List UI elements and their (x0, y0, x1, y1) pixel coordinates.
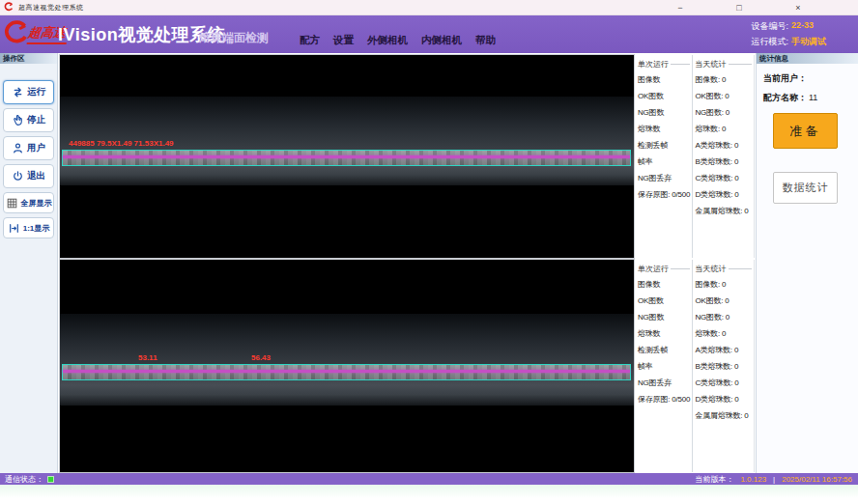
sidebar: 操作区 运行 停止 用户 退出 全屏显示 1:1显示 (0, 53, 58, 473)
daily-stats-title: 当天统计 (696, 59, 727, 70)
comm-status-indicator (47, 476, 54, 483)
stat-row: D类熔珠数: 0 (696, 186, 754, 203)
stat-row: OK图数: 0 (696, 88, 754, 104)
power-icon (12, 170, 24, 182)
titlebar: 超高速视觉处理系统 − □ × (0, 0, 858, 15)
page-subtitle: 熔珠端面检测 (199, 30, 269, 46)
stat-row: A类熔珠数: 0 (696, 342, 754, 358)
fullscreen-button-label: 全屏显示 (21, 198, 52, 209)
one-to-one-button[interactable]: 1:1显示 (3, 217, 54, 238)
grid-icon (6, 197, 18, 210)
menu-item[interactable]: 配方 (300, 34, 320, 47)
info-panel: 统计信息 当前用户： 配方名称：11 准备 数据统计 (756, 53, 858, 473)
exit-button[interactable]: 退出 (3, 164, 54, 188)
stat-row: 帧率 (638, 358, 692, 375)
fullscreen-button[interactable]: 全屏显示 (3, 192, 54, 213)
menu-item[interactable]: 外侧相机 (367, 34, 408, 47)
stat-row: 金属屑熔珠数: 0 (696, 203, 754, 219)
single-run-rows: 图像数OK图数NG图数熔珠数检测丢帧帧率NG图丢弃保存原图: 0/500 (638, 71, 692, 203)
close-button[interactable]: × (788, 0, 808, 15)
stat-row: NG图丢弃 (638, 375, 692, 391)
version-value: 1.0.123 (740, 475, 766, 484)
exit-button-label: 退出 (27, 170, 45, 182)
stat-row: 图像数: 0 (696, 71, 754, 88)
run-button[interactable]: 运行 (3, 80, 54, 104)
daily-stats-rows: 图像数: 0OK图数: 0NG图数: 0熔珠数: 0A类熔珠数: 0B类熔珠数:… (696, 71, 754, 219)
single-run-title: 单次运行 (638, 264, 669, 274)
stat-row: NG图丢弃 (638, 170, 692, 186)
stat-row: B类熔珠数: 0 (696, 358, 754, 375)
camera-viewport-top: 449885 79.5X1.49 71.53X1.49 (60, 55, 634, 258)
maximize-button[interactable]: □ (729, 0, 749, 15)
roi-centerline (63, 155, 630, 158)
window-title: 超高速视觉处理系统 (18, 3, 84, 13)
menu-item[interactable]: 内侧相机 (421, 34, 462, 47)
recipe-name-value: 11 (809, 93, 817, 102)
stat-row: C类熔珠数: 0 (696, 375, 754, 391)
sidebar-buttons: 运行 停止 用户 退出 全屏显示 1:1显示 (0, 64, 57, 242)
user-button-label: 用户 (27, 142, 45, 154)
stat-row: D类熔珠数: 0 (696, 391, 754, 407)
roi-centerline (63, 370, 630, 373)
desktop-strip (0, 485, 858, 504)
daily-stats-title: 当天统计 (696, 264, 727, 274)
current-user-label: 当前用户： (763, 73, 807, 83)
single-run-rows: 图像数OK图数NG图数熔珠数检测丢帧帧率NG图丢弃保存原图: 0/500 (638, 276, 692, 407)
device-number-value: 22-33 (791, 20, 814, 33)
prepare-button[interactable]: 准备 (773, 113, 838, 149)
user-button[interactable]: 用户 (3, 136, 54, 160)
minimize-button[interactable]: − (671, 0, 690, 15)
user-icon (12, 142, 24, 154)
stop-button[interactable]: 停止 (3, 108, 54, 132)
measurement-label: 53.11 (138, 353, 157, 362)
roi-rectangle (62, 364, 631, 380)
stat-row: 检测丢帧 (638, 137, 692, 154)
measurement-label: 56.43 (251, 353, 271, 362)
data-stats-button[interactable]: 数据统计 (773, 172, 838, 204)
statusbar-right: 当前版本： 1.0.123 | 2025/02/11 16:57:56 (695, 474, 852, 485)
stat-row: 保存原图: 0/500 (638, 391, 692, 407)
measurement-annotation: 449885 79.5X1.49 71.53X1.49 (69, 139, 174, 148)
daily-stats-column: 当天统计 图像数: 0OK图数: 0NG图数: 0熔珠数: 0A类熔珠数: 0B… (692, 55, 754, 258)
version-label: 当前版本： (695, 474, 733, 485)
stat-row: NG图数: 0 (696, 104, 754, 121)
menu-item[interactable]: 帮助 (475, 34, 496, 47)
run-mode-label: 运行模式: (751, 36, 788, 48)
menu-item[interactable]: 设置 (333, 34, 354, 47)
stat-row: 图像数 (638, 71, 692, 88)
datetime-text: 2025/02/11 16:57:56 (782, 475, 852, 484)
stat-row: 熔珠数: 0 (696, 121, 754, 137)
stat-row: 检测丢帧 (638, 342, 692, 358)
camera-viewport-bottom: 53.11 56.43 (60, 260, 634, 472)
stat-row: 熔珠数 (638, 121, 692, 137)
roi-rectangle (62, 150, 631, 166)
stat-row: C类熔珠数: 0 (696, 170, 754, 186)
menu-bar: 配方设置外侧相机内侧相机帮助 (300, 34, 496, 47)
recipe-name-label: 配方名称： (763, 93, 807, 102)
stat-row: NG图数 (638, 309, 692, 325)
stop-button-label: 停止 (27, 114, 45, 126)
stat-row: NG图数 (638, 104, 692, 121)
statusbar-separator: | (773, 475, 775, 484)
header-banner: 超高速 IVision视觉处理系统 熔珠端面检测 配方设置外侧相机内侧相机帮助 … (0, 15, 858, 53)
stat-row: NG图数: 0 (696, 309, 754, 325)
sidebar-title: 操作区 (0, 53, 57, 64)
stat-row: OK图数: 0 (696, 293, 754, 309)
stat-row: 金属屑熔珠数: 0 (696, 407, 754, 424)
single-run-column: 单次运行 图像数OK图数NG图数熔珠数检测丢帧帧率NG图丢弃保存原图: 0/50… (635, 55, 692, 258)
run-button-label: 运行 (27, 86, 45, 98)
stat-row: 熔珠数: 0 (696, 325, 754, 342)
daily-stats-column: 当天统计 图像数: 0OK图数: 0NG图数: 0熔珠数: 0A类熔珠数: 0B… (692, 260, 754, 472)
one-to-one-button-label: 1:1显示 (23, 223, 50, 234)
stop-hand-icon (12, 114, 24, 126)
statusbar: 通信状态： 当前版本： 1.0.123 | 2025/02/11 16:57:5… (0, 473, 858, 485)
single-run-column: 单次运行 图像数OK图数NG图数熔珠数检测丢帧帧率NG图丢弃保存原图: 0/50… (635, 260, 692, 472)
device-number-label: 设备编号: (751, 20, 788, 33)
info-panel-title: 统计信息 (757, 53, 858, 64)
stat-row: A类熔珠数: 0 (696, 137, 754, 154)
stat-row: 帧率 (638, 154, 692, 170)
comm-status-label: 通信状态： (5, 474, 43, 485)
one-to-one-icon (8, 222, 20, 235)
stat-row: B类熔珠数: 0 (696, 154, 754, 170)
run-arrows-icon (12, 86, 24, 98)
